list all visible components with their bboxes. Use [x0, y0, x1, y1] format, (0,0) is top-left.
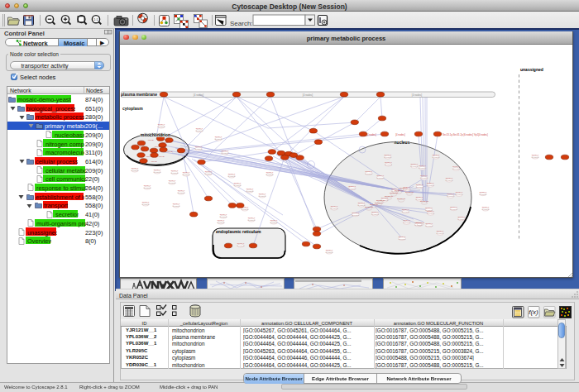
svg-text:Sec24-1: Sec24-1	[132, 167, 139, 169]
svg-text:Sec23-1p: Sec23-1p	[390, 192, 399, 194]
svg-text:Sec24-1: Sec24-1	[425, 207, 433, 208]
svg-text:[3 nodes]: [3 nodes]	[371, 213, 379, 215]
svg-text:[3 nodes]: [3 nodes]	[385, 164, 392, 165]
svg-text:[3 nodes]: [3 nodes]	[142, 203, 150, 205]
svg-text:[3 nodes]: [3 nodes]	[270, 222, 278, 223]
svg-text:[3 nodes]: [3 nodes]	[427, 213, 434, 214]
svg-text:[3 nodes]: [3 nodes]	[352, 214, 360, 216]
svg-text:Sec24-1: Sec24-1	[220, 213, 227, 215]
svg-text:Sec24-1: Sec24-1	[416, 196, 423, 198]
svg-text:[3 nodes]: [3 nodes]	[446, 179, 453, 181]
svg-text:[3 nodes]: [3 nodes]	[385, 156, 392, 158]
svg-text:Atp1-2p: Atp1-2p	[151, 160, 157, 162]
svg-text:Sec24-1: Sec24-1	[326, 249, 333, 251]
svg-text:Sec24-1: Sec24-1	[154, 169, 161, 170]
svg-text:[3 nodes]: [3 nodes]	[456, 194, 463, 195]
svg-text:[3 nodes]: [3 nodes]	[482, 208, 490, 210]
svg-text:mitochondrion: mitochondrion	[141, 132, 170, 137]
svg-text:Sec24-1: Sec24-1	[411, 163, 419, 165]
svg-text:Sec24-1: Sec24-1	[458, 216, 466, 218]
svg-text:Sec24-1: Sec24-1	[376, 174, 384, 176]
svg-text:Sec24-1: Sec24-1	[446, 177, 453, 179]
svg-text:Sec24-1: Sec24-1	[173, 203, 180, 204]
svg-text:Atp1-2p: Atp1-2p	[147, 139, 154, 141]
svg-text:Sec24-1: Sec24-1	[403, 219, 410, 221]
svg-text:Sec24-1: Sec24-1	[270, 219, 278, 221]
svg-text:Atp1-2p: Atp1-2p	[166, 151, 173, 152]
svg-text:[3 nodes]: [3 nodes]	[195, 148, 203, 150]
svg-text:Sec23-1p: Sec23-1p	[375, 202, 384, 204]
svg-text:[3 nodes]: [3 nodes]	[196, 130, 203, 131]
svg-text:[3 nodes]: [3 nodes]	[532, 156, 539, 158]
svg-text:[3 nodes]: [3 nodes]	[427, 184, 434, 186]
svg-text:Sec13-1p,Sec31-2p [6 nodes] Yi: Sec13-1p,Sec31-2p [6 nodes] Yip1	[443, 133, 479, 136]
svg-text:Sec24-1: Sec24-1	[158, 123, 165, 125]
svg-text:[3 nodes]: [3 nodes]	[437, 232, 444, 234]
svg-text:Sec24-1: Sec24-1	[480, 191, 487, 193]
svg-text:Sec24-1: Sec24-1	[248, 217, 256, 218]
svg-text:[3 nodes]: [3 nodes]	[433, 156, 440, 158]
svg-text:[3 nodes]: [3 nodes]	[154, 171, 161, 173]
svg-text:[4 nodes]: [4 nodes]	[303, 93, 313, 97]
svg-text:[3 nodes]: [3 nodes]	[348, 188, 356, 189]
svg-text:Sec24-1: Sec24-1	[352, 212, 360, 213]
svg-text:Sec24-1: Sec24-1	[385, 154, 392, 155]
svg-text:Sec24-1: Sec24-1	[419, 165, 426, 166]
svg-text:[3 nodes]: [3 nodes]	[458, 218, 466, 220]
svg-text:[3 nodes]: [3 nodes]	[218, 222, 225, 223]
svg-text:[3 nodes]: [3 nodes]	[205, 173, 213, 174]
svg-text:Sec24-1: Sec24-1	[402, 208, 409, 210]
svg-text:Sec24-1: Sec24-1	[427, 182, 434, 184]
svg-text:Sec24-1: Sec24-1	[416, 184, 423, 185]
svg-text:Sec24-1: Sec24-1	[456, 191, 463, 193]
svg-text:[3 nodes]: [3 nodes]	[248, 219, 256, 221]
svg-text:Sec24-1: Sec24-1	[426, 222, 433, 224]
svg-text:Sec24-1: Sec24-1	[447, 193, 455, 194]
svg-text:[3 nodes]: [3 nodes]	[450, 208, 457, 210]
svg-text:[4 nodes]: [4 nodes]	[478, 133, 488, 136]
svg-text:Sec23-1p: Sec23-1p	[416, 222, 425, 224]
svg-text:unassigned: unassigned	[520, 67, 543, 72]
svg-text:Sec24-1: Sec24-1	[259, 193, 266, 194]
svg-text:Search:: Search:	[230, 20, 253, 27]
svg-text:Sec24-1: Sec24-1	[222, 150, 229, 151]
svg-text:Sec24-1: Sec24-1	[195, 146, 203, 147]
svg-text:nucleus: nucleus	[395, 140, 410, 145]
svg-text:[3 nodes]: [3 nodes]	[331, 208, 338, 209]
svg-text:Sec24-1: Sec24-1	[427, 210, 434, 212]
svg-text:[3 nodes]: [3 nodes]	[426, 225, 433, 227]
svg-text:[3 nodes]: [3 nodes]	[399, 238, 406, 240]
svg-text:[3 nodes]: [3 nodes]	[234, 184, 242, 186]
svg-text:[4 nodes]: [4 nodes]	[395, 133, 405, 136]
svg-text:[3 nodes]: [3 nodes]	[178, 192, 185, 194]
svg-text:Sec23-1p: Sec23-1p	[420, 200, 429, 203]
svg-text:Sec24-1: Sec24-1	[532, 154, 539, 155]
svg-text:Sec24-1: Sec24-1	[171, 170, 179, 171]
svg-text:Sec24-1: Sec24-1	[142, 201, 150, 203]
svg-text:Sec24-1: Sec24-1	[144, 184, 151, 186]
svg-text:[3 nodes]: [3 nodes]	[403, 222, 410, 223]
svg-text:Sec24-1: Sec24-1	[437, 230, 444, 232]
svg-text:[3 nodes]: [3 nodes]	[183, 174, 190, 175]
svg-text:Sec24-1: Sec24-1	[228, 173, 236, 174]
svg-text:Sec24-1: Sec24-1	[215, 136, 223, 137]
svg-text:endoplasmic reticulum: endoplasmic reticulum	[216, 229, 261, 234]
svg-text:[3 nodes]: [3 nodes]	[132, 170, 139, 171]
svg-text:Sec24-1: Sec24-1	[433, 154, 440, 155]
svg-text:plasma membrane: plasma membrane	[121, 92, 157, 97]
svg-text:[3 nodes]: [3 nodes]	[411, 165, 419, 167]
svg-text:[3 nodes]: [3 nodes]	[242, 208, 249, 210]
svg-text:[3 nodes]: [3 nodes]	[266, 174, 274, 175]
svg-text:Sec24-1: Sec24-1	[399, 236, 406, 237]
svg-text:[3 nodes]: [3 nodes]	[480, 194, 487, 195]
svg-text:f(x): f(x)	[529, 308, 538, 316]
svg-text:Sec24-1: Sec24-1	[331, 205, 338, 207]
svg-text:[3 nodes]: [3 nodes]	[237, 245, 245, 246]
svg-text:Sec24-1: Sec24-1	[450, 206, 457, 208]
svg-text:[3 nodes]: [3 nodes]	[452, 168, 460, 170]
svg-text:Sec23-1p: Sec23-1p	[400, 187, 409, 189]
svg-text:Atp1-2p: Atp1-2p	[158, 155, 165, 157]
svg-text:Sec24-1: Sec24-1	[358, 202, 366, 203]
svg-text:[3 nodes]: [3 nodes]	[158, 126, 165, 127]
svg-text:Sec24-1: Sec24-1	[371, 211, 379, 213]
